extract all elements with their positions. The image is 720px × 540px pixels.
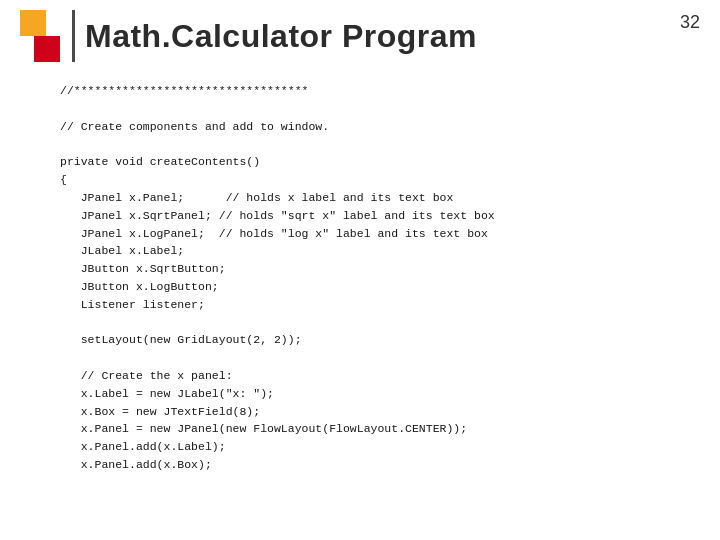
slide-container: Math.Calculator Program 32 //***********… <box>0 0 720 540</box>
code-line-11: JButton x.SqrtButton; <box>60 262 226 275</box>
code-line-21: x.Panel.add(x.Label); <box>60 440 226 453</box>
code-line-1: //********************************** <box>60 84 308 97</box>
red-block <box>34 36 60 62</box>
color-blocks <box>20 10 60 62</box>
vertical-divider <box>72 10 75 62</box>
code-line-7: JPanel x.Panel; // holds x label and its… <box>60 191 453 204</box>
code-line-13: Listener listener; <box>60 298 205 311</box>
code-line-19: x.Box = new JTextField(8); <box>60 405 260 418</box>
code-line-6: { <box>60 173 67 186</box>
header: Math.Calculator Program 32 <box>0 0 720 72</box>
code-line-17: // Create the x panel: <box>60 369 233 382</box>
code-block: //********************************** // … <box>60 82 660 474</box>
slide-title: Math.Calculator Program <box>85 18 477 55</box>
code-line-10: JLabel x.Label; <box>60 244 184 257</box>
code-line-18: x.Label = new JLabel("x: "); <box>60 387 274 400</box>
code-line-22: x.Panel.add(x.Box); <box>60 458 212 471</box>
orange-block <box>20 10 46 36</box>
code-line-12: JButton x.LogButton; <box>60 280 219 293</box>
code-line-8: JPanel x.SqrtPanel; // holds "sqrt x" la… <box>60 209 495 222</box>
code-line-5: private void createContents() <box>60 155 260 168</box>
content-area: //********************************** // … <box>0 72 720 484</box>
code-line-20: x.Panel = new JPanel(new FlowLayout(Flow… <box>60 422 467 435</box>
code-line-3: // Create components and add to window. <box>60 120 329 133</box>
slide-number: 32 <box>680 12 700 33</box>
code-line-15: setLayout(new GridLayout(2, 2)); <box>60 333 302 346</box>
code-line-9: JPanel x.LogPanel; // holds "log x" labe… <box>60 227 488 240</box>
